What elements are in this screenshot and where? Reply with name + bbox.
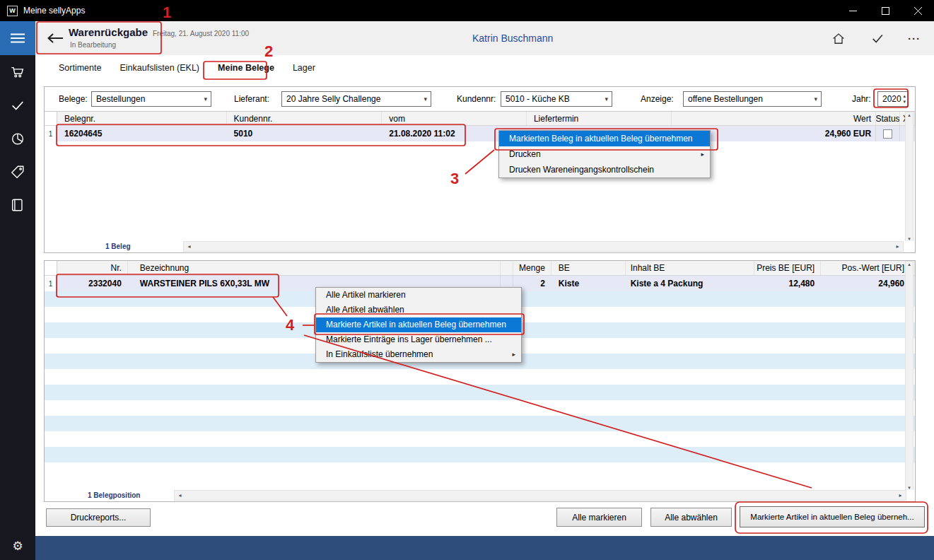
druckreports-button[interactable]: Druckreports... — [46, 508, 151, 527]
minimize-icon — [849, 7, 857, 15]
row-number-header — [45, 261, 57, 275]
positions-grid-header: Nr. Bezeichnung Menge BE Inhalt BE Preis… — [45, 261, 915, 276]
alle-abwaehlen-button[interactable]: Alle abwählen — [650, 508, 732, 527]
menu-item-markierte-eintraege-lager[interactable]: Markierte Einträge ins Lager übernehmen … — [316, 332, 521, 347]
sidebar-item-cart[interactable] — [0, 55, 35, 88]
cart-icon — [10, 64, 25, 80]
settings-button[interactable]: ⚙ — [0, 535, 35, 556]
close-icon — [914, 7, 922, 15]
confirm-button[interactable] — [867, 30, 888, 47]
col-nr[interactable]: Nr. — [57, 261, 128, 275]
scroll-left-icon[interactable]: ◂ — [175, 492, 185, 498]
check-icon — [870, 31, 885, 45]
menu-item-in-einkaufsliste[interactable]: In Einkaufsliste übernehmen ▸ — [316, 347, 521, 362]
cell-pos-wert: 24,960 — [821, 276, 915, 291]
lieferant-value: 20 Jahre Selly Challenge — [286, 94, 380, 104]
maximize-icon — [882, 7, 889, 15]
col-inhalt-be[interactable]: Inhalt BE — [626, 261, 755, 275]
tab-meine-belege[interactable]: Meine Belege — [209, 63, 284, 73]
documents-footer: 1 Beleg ◂ ▸ — [45, 241, 915, 252]
status-checkbox[interactable] — [883, 129, 892, 139]
app-window: W Meine sellyApps — [0, 0, 934, 560]
spinner-arrows-icon[interactable]: ▴▾ — [903, 93, 906, 105]
document-row[interactable]: 1 16204645 5010 21.08.2020 11:02 24,960 … — [45, 126, 915, 141]
minimize-button[interactable] — [836, 0, 869, 21]
menu-item-drucken[interactable]: Drucken ▸ — [499, 146, 710, 162]
scroll-left-icon[interactable]: ◂ — [184, 243, 194, 250]
belege-value: Bestellungen — [96, 94, 145, 104]
app-title: Meine sellyApps — [23, 6, 85, 16]
row-number: 1 — [45, 276, 57, 291]
menu-item-alle-artikel-abwaehlen[interactable]: Alle Artikel abwählen — [316, 303, 521, 317]
menu-item-markierte-artikel-uebernehmen[interactable]: Markierte Artikel in aktuellen Beleg übe… — [316, 317, 521, 332]
artikel-context-menu: Alle Artikel markieren Alle Artikel abwä… — [315, 287, 522, 363]
ellipsis-icon: ··· — [908, 33, 921, 45]
maximize-button[interactable] — [869, 0, 901, 21]
alle-markieren-button[interactable]: Alle markieren — [556, 508, 642, 527]
col-preis-be[interactable]: Preis BE [EUR] — [754, 261, 821, 275]
col-belegnr[interactable]: Belegnr. — [57, 112, 227, 125]
submenu-arrow-icon: ▸ — [512, 347, 515, 362]
bottom-bar — [35, 536, 934, 560]
menu-item-markierten-beleg-uebernehmen[interactable]: Markierten Beleg in aktuellen Beleg über… — [499, 131, 710, 146]
lieferant-dropdown[interactable]: 20 Jahre Selly Challenge ▾ — [281, 91, 431, 107]
uebernehmen-button[interactable]: Markierte Artikel in aktuellen Beleg übe… — [740, 506, 925, 527]
chevron-down-icon: ▾ — [424, 95, 427, 103]
col-status[interactable]: Status — [876, 112, 900, 125]
jahr-label: Jahr: — [852, 94, 871, 104]
scroll-right-icon[interactable]: ▸ — [892, 243, 903, 250]
beleg-context-menu: Markierten Beleg in aktuellen Beleg über… — [498, 130, 711, 178]
col-pos-wert[interactable]: Pos.-Wert [EUR] — [821, 261, 915, 275]
pie-chart-icon — [10, 131, 25, 146]
hamburger-menu-button[interactable] — [0, 21, 35, 55]
kundennr-dropdown[interactable]: 5010 - Küche KB ▾ — [501, 91, 612, 107]
scroll-right-icon[interactable]: ▸ — [895, 492, 906, 498]
user-name: Katrin Buschmann — [472, 33, 553, 44]
tab-bar: Sortimente Einkaufslisten (EKL) Meine Be… — [35, 55, 934, 81]
positions-horizontal-scrollbar[interactable]: ◂ ▸ — [174, 490, 906, 501]
col-menge[interactable]: Menge — [513, 261, 551, 275]
chevron-down-icon: ▾ — [605, 95, 608, 103]
menu-item-alle-artikel-markieren[interactable]: Alle Artikel markieren — [316, 288, 521, 303]
positions-footer: 1 Belegposition ◂ ▸ — [45, 490, 915, 501]
anzeige-label: Anzeige: — [641, 94, 674, 104]
belege-dropdown[interactable]: Bestellungen ▾ — [91, 91, 211, 107]
sidebar-item-prices[interactable] — [0, 155, 35, 188]
scroll-up-icon[interactable]: ▴ — [908, 112, 911, 118]
documents-horizontal-scrollbar[interactable]: ◂ ▸ — [183, 241, 904, 252]
col-bezeichnung[interactable]: Bezeichnung — [128, 261, 501, 275]
sidebar-item-tasks[interactable] — [0, 88, 35, 122]
jahr-spinner[interactable]: 2020 ▴▾ — [877, 91, 909, 107]
filter-bar: Belege: Bestellungen ▾ Lieferant: 20 Jah… — [45, 87, 915, 111]
chevron-down-icon: ▾ — [204, 95, 207, 103]
scroll-up-icon[interactable]: ▴ — [908, 262, 911, 267]
kundennr-label: Kundennr: — [457, 94, 496, 104]
lieferant-label: Lieferant: — [234, 94, 269, 104]
home-button[interactable] — [828, 30, 849, 47]
sidebar: ⚙ — [0, 21, 35, 560]
col-be[interactable]: BE — [551, 261, 626, 275]
anzeige-dropdown[interactable]: offene Bestellungen ▾ — [683, 91, 822, 107]
tab-einkaufslisten[interactable]: Einkaufslisten (EKL) — [110, 63, 209, 73]
tab-sortimente[interactable]: Sortimente — [49, 63, 110, 73]
page-title: Warenrückgabe — [69, 26, 148, 38]
documents-grid-header: Belegnr. Kundennr. vom Liefertermin Wert… — [45, 111, 915, 126]
col-vom[interactable]: vom — [382, 112, 527, 125]
documents-vertical-scrollbar[interactable]: ▴ ▾ — [905, 112, 913, 243]
book-icon — [10, 197, 25, 213]
col-liefertermin[interactable]: Liefertermin — [527, 112, 672, 125]
col-kundennr[interactable]: Kundennr. — [227, 112, 383, 125]
more-options-button[interactable]: ··· — [904, 30, 925, 47]
positions-vertical-scrollbar[interactable]: ▴ ▾ — [905, 261, 913, 491]
close-button[interactable] — [901, 0, 934, 21]
tab-lager[interactable]: Lager — [284, 63, 325, 73]
titlebar: W Meine sellyApps — [0, 0, 934, 21]
kundennr-value: 5010 - Küche KB — [506, 94, 570, 104]
back-button[interactable] — [44, 30, 66, 47]
menu-item-drucken-wareneingangskontrollschein[interactable]: Drucken Wareneingangskontrollschein — [499, 162, 710, 177]
app-logo-icon: W — [7, 6, 18, 16]
title-block: Warenrückgabe Freitag, 21. August 2020 1… — [69, 26, 249, 38]
sidebar-item-catalog[interactable] — [0, 188, 35, 221]
col-wert[interactable]: Wert — [672, 112, 877, 125]
sidebar-item-statistics[interactable] — [0, 122, 35, 155]
